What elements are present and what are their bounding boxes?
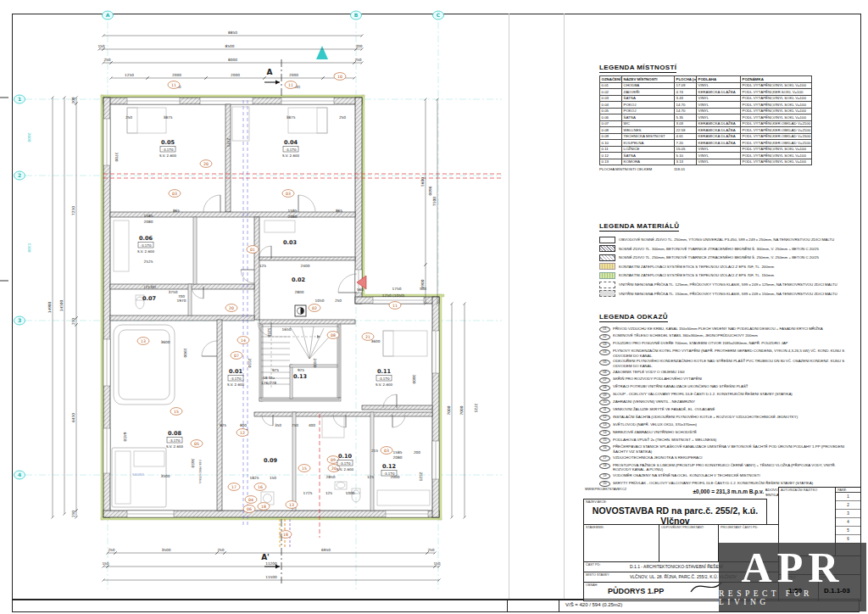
svg-text:1825: 1825 (250, 476, 259, 480)
legend-materials-title: LEGENDA MATERIÁLŮ (599, 222, 679, 232)
svg-text:250: 250 (335, 299, 342, 303)
reference-number-badge: 09 (599, 393, 610, 399)
svg-text:3500: 3500 (162, 548, 171, 552)
svg-text:1900: 1900 (183, 349, 187, 358)
svg-text:8850: 8850 (228, 31, 237, 35)
svg-text:865: 865 (336, 209, 342, 213)
svg-text:0.12: 0.12 (382, 463, 396, 470)
svg-text:150: 150 (433, 561, 440, 566)
reference-item: 20SKRYTÝ PRŮVLAK - OCELOVÝ VÁLCOVANÝ PRO… (599, 481, 854, 487)
svg-text:400: 400 (309, 423, 315, 427)
reference-item: 12INSTALAČNÍ ŠACHTA (ODKOUŘENÍ PLYNOVÉHO… (599, 415, 854, 421)
reference-item: 06ZÁSOBNÍK TEPLÉ VODY O OBJEMU 150l (599, 370, 854, 376)
svg-text:13: 13 (289, 503, 294, 507)
legend-materials: LEGENDA MATERIÁLŮ OBVODOVÉ NOSNÉ ZDIVO T… (599, 216, 841, 299)
table-row: 0.11LOŽNICE15.05VINYLPODL.VYTÁPĚNÍ,VINYL… (600, 146, 812, 153)
svg-text:3: 3 (18, 317, 21, 323)
material-item: KONTAKTNÍ ZATEPLOVACÍ SYSTÉM ETICS S TEP… (599, 272, 841, 279)
svg-text:2850: 2850 (326, 475, 336, 479)
apr-logo: APR RESPECT FOR LIVING (719, 543, 866, 611)
svg-text:18: 18 (261, 505, 266, 509)
reference-number-badge: 05 (599, 360, 610, 366)
svg-text:6450: 6450 (71, 413, 75, 422)
material-item: KONTAKTNÍ ZATEPLOVACÍ SYSTÉM ETICS S TEP… (599, 263, 841, 270)
svg-text:2525: 2525 (144, 260, 153, 264)
table-row: 0.05POKOJ14.70VINYLPODL.VYTÁPĚNÍ,VINYL S… (600, 108, 812, 114)
pare-number: 2 (836, 501, 860, 510)
drawing-number-wrap: D.1.1-03 (824, 587, 860, 594)
reference-number-badge: 12 (599, 415, 610, 421)
svg-text:-3.170: -3.170 (231, 377, 242, 381)
svg-text:3500: 3500 (161, 474, 170, 478)
rooms-col-header: PLOCHA [m²] (675, 76, 697, 83)
svg-text:1000: 1000 (346, 491, 355, 495)
svg-text:0.11: 0.11 (377, 368, 392, 375)
svg-text:-3.170: -3.170 (141, 243, 152, 248)
svg-text:18 Stu: 18 Stu (263, 376, 275, 380)
reference-number-badge: 17 (599, 455, 610, 461)
titleblock-top-row: WWW.PROJEKTSTAVBY.CZ ±0,000 = 231,3 m.n.… (585, 487, 765, 499)
reference-number-badge: 19 (599, 473, 610, 479)
reference-item: 08VĚTRACÍ POTRUBÍ VNITŘNÍ KANALIZACE UKO… (599, 384, 854, 390)
reference-number-badge: 10 (599, 399, 610, 405)
reference-number-badge: 14 (599, 430, 610, 436)
svg-text:11: 11 (392, 304, 398, 308)
svg-text:S.V. 2.600: S.V. 2.600 (159, 154, 176, 158)
svg-text:2800: 2800 (295, 290, 304, 294)
svg-text:09: 09 (331, 458, 336, 462)
legend-rooms-title: LEGENDA MÍSTNOSTÍ (599, 64, 676, 73)
svg-text:A': A' (261, 553, 270, 561)
project-name-box: NÁZEV AKCE: NOVOSTAVBA RD na parc.č. 255… (583, 499, 767, 526)
reference-item: 04PLYNOVÝ KONDENZAČNÍ KOTEL PRO VYTÁPĚNÍ… (599, 349, 854, 358)
svg-text:500: 500 (420, 287, 426, 291)
svg-text:3725: 3725 (474, 404, 478, 413)
reference-item: 05ODKOUŘENÍ PLYNOVÉHO KONDENZAČNÍHO KOTL… (599, 359, 854, 368)
svg-text:1650: 1650 (282, 327, 292, 332)
svg-text:176/278: 176/278 (261, 381, 276, 385)
svg-text:250: 250 (427, 548, 434, 552)
apr-logo-text: APR (742, 548, 844, 589)
elevation-datum: ±0,000 = 231,3 m.n.m B.p.v. (693, 488, 764, 494)
svg-text:S.V. 2.600: S.V. 2.600 (227, 382, 244, 387)
svg-text:7000: 7000 (459, 405, 464, 415)
svg-text:0.08: 0.08 (168, 430, 182, 437)
svg-text:2525: 2525 (419, 472, 423, 482)
reference-item: 14NEREZOVÉ ZÁBRADLÍ VNITŘNÍHO SCHODIŠTĚ (599, 430, 854, 436)
svg-text:-3.170: -3.170 (379, 377, 390, 381)
drawing-number-value: D.1.1-03 (824, 587, 850, 594)
material-swatch-icon (599, 237, 615, 243)
svg-text:3875: 3875 (287, 115, 296, 120)
table-row: 0.04POKOJ14.70VINYLPODL.VYTÁPĚNÍ,VINYL S… (600, 102, 812, 109)
table-row: 0.02ZÁDVEŘÍ4.74KERAMICKÁ DLAŽBAPODL.VYTÁ… (600, 89, 812, 96)
svg-text:-3.170: -3.170 (384, 472, 395, 476)
reference-item: 19VODOMĚR OSAZENÝ NA STĚNĚ NA OCEL. KONZ… (599, 473, 854, 479)
reference-number-badge: 15 (599, 438, 610, 444)
svg-text:0.04: 0.04 (284, 139, 298, 146)
odpovedny-label: ODPOVĚDNÝ PROJEKTANT: (659, 525, 719, 529)
table-row: 0.06ŠATNA5.35VINYLPODL.VYTÁPĚNÍ,VINYL SO… (600, 114, 812, 121)
svg-text:250: 250 (108, 548, 114, 552)
svg-text:03: 03 (172, 192, 177, 196)
reference-item: 17VZDUCHOTECHNICKÁ JEDNOTKA S REKUPERACÍ (599, 455, 854, 461)
svg-text:17: 17 (231, 485, 236, 489)
svg-text:250: 250 (217, 548, 224, 552)
svg-text:2600: 2600 (27, 133, 31, 142)
svg-text:15: 15 (302, 466, 307, 471)
table-row: 0.13KOMORA3.13VINYLPODL.VYTÁPĚNÍ,VINYL S… (600, 159, 812, 165)
svg-text:20: 20 (229, 306, 234, 310)
rooms-col-header: POZNÁMKA (741, 76, 812, 83)
svg-text:14900: 14900 (47, 301, 52, 313)
scale-value: 1:50 (788, 587, 802, 594)
svg-text:11: 11 (288, 83, 293, 87)
svg-text:0.02: 0.02 (292, 276, 305, 283)
stavebnik-label: STAVEBNÍK: (584, 525, 659, 529)
svg-text:150: 150 (270, 476, 276, 480)
svg-text:1250 (1050): 1250 (1050) (382, 293, 405, 298)
svg-text:10: 10 (337, 75, 342, 79)
svg-text:2080: 2080 (393, 455, 403, 460)
reference-number-badge: 08 (599, 385, 610, 391)
material-item: NOSNÉ ZDIVO TL. 300mm, BETONOVÉ TVÁRNICE… (599, 245, 841, 252)
reference-number-badge: 18 (599, 463, 610, 469)
reference-number-badge: 13 (599, 422, 610, 428)
svg-text:06: 06 (247, 507, 252, 511)
